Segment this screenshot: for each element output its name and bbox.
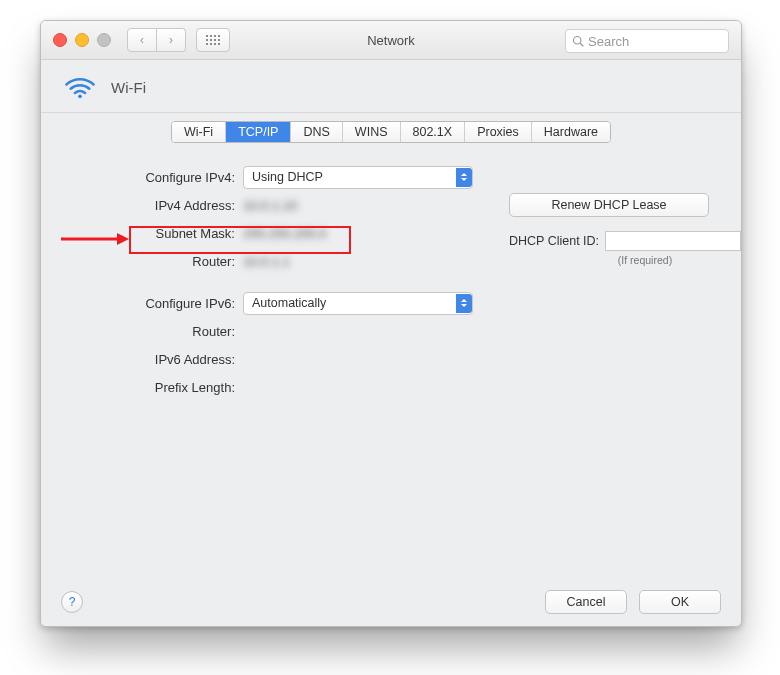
configure-ipv4-select[interactable]: Using DHCP <box>243 166 473 189</box>
configure-ipv6-select[interactable]: Automatically <box>243 292 473 315</box>
divider <box>41 112 741 113</box>
subnet-mask-value: 255.255.255.0 <box>243 226 421 241</box>
svg-point-2 <box>78 94 82 98</box>
tab-8021x[interactable]: 802.1X <box>401 122 466 142</box>
router-v6-label: Router: <box>67 324 243 339</box>
window-controls <box>53 33 111 47</box>
ipv4-address-value: 10.0.1.10 <box>243 198 421 213</box>
tabs: Wi-Fi TCP/IP DNS WINS 802.1X Proxies Har… <box>171 121 611 143</box>
chevron-left-icon: ‹ <box>140 33 144 47</box>
tab-hardware[interactable]: Hardware <box>532 122 610 142</box>
cancel-button[interactable]: Cancel <box>545 590 627 614</box>
subnet-mask-label: Subnet Mask: <box>67 226 243 241</box>
chevron-right-icon: › <box>169 33 173 47</box>
tab-dns[interactable]: DNS <box>291 122 342 142</box>
search-field[interactable]: Search <box>565 29 729 53</box>
dhcp-client-id-label: DHCP Client ID: <box>509 234 599 248</box>
configure-ipv6-value: Automatically <box>252 296 326 310</box>
back-button[interactable]: ‹ <box>127 28 157 52</box>
select-stepper-icon <box>456 168 472 187</box>
tab-tcpip[interactable]: TCP/IP <box>226 122 291 142</box>
back-forward-segment: ‹ › <box>127 28 186 52</box>
tab-wins[interactable]: WINS <box>343 122 401 142</box>
configure-ipv6-label: Configure IPv6: <box>67 296 243 311</box>
titlebar: ‹ › Network Search <box>41 21 741 60</box>
if-required-hint: (If required) <box>581 254 709 266</box>
tab-proxies[interactable]: Proxies <box>465 122 532 142</box>
ipv6-address-label: IPv6 Address: <box>67 352 243 367</box>
interface-header: Wi-Fi <box>41 60 741 112</box>
search-icon <box>572 35 584 47</box>
search-placeholder: Search <box>588 34 629 49</box>
zoom-window-button[interactable] <box>97 33 111 47</box>
select-stepper-icon <box>456 294 472 313</box>
network-preferences-window: ‹ › Network Search <box>40 20 742 627</box>
router-label: Router: <box>67 254 243 269</box>
interface-name: Wi-Fi <box>111 79 146 96</box>
prefix-length-label: Prefix Length: <box>67 380 243 395</box>
configure-ipv4-label: Configure IPv4: <box>67 170 243 185</box>
dhcp-client-id-field[interactable] <box>605 231 741 251</box>
grid-icon <box>206 35 220 45</box>
ipv4-address-label: IPv4 Address: <box>67 198 243 213</box>
forward-button[interactable]: › <box>157 28 186 52</box>
configure-ipv4-value: Using DHCP <box>252 170 323 184</box>
renew-dhcp-lease-button[interactable]: Renew DHCP Lease <box>509 193 709 217</box>
tab-wifi[interactable]: Wi-Fi <box>172 122 226 142</box>
close-window-button[interactable] <box>53 33 67 47</box>
svg-point-0 <box>574 37 582 45</box>
show-all-button[interactable] <box>196 28 230 52</box>
svg-line-1 <box>580 43 583 46</box>
wifi-icon <box>63 74 97 100</box>
router-value: 10.0.1.1 <box>243 254 421 269</box>
help-button[interactable]: ? <box>61 591 83 613</box>
minimize-window-button[interactable] <box>75 33 89 47</box>
ok-button[interactable]: OK <box>639 590 721 614</box>
